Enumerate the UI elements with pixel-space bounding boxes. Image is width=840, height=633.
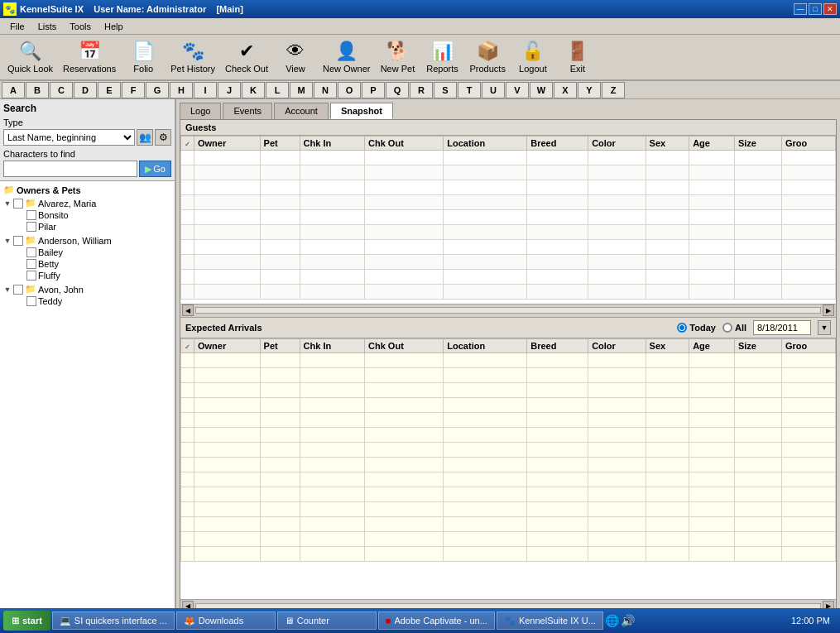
table-cell[interactable] (260, 382, 300, 397)
table-cell[interactable] (689, 180, 735, 195)
table-cell[interactable] (181, 382, 194, 397)
table-cell[interactable] (689, 240, 735, 255)
table-cell[interactable] (782, 531, 836, 546)
table-cell[interactable] (444, 501, 527, 516)
alpha-C[interactable]: C (50, 82, 73, 98)
table-cell[interactable] (300, 487, 364, 501)
toolbar-quick-look[interactable]: 🔍 Quick Look (3, 36, 57, 78)
table-cell[interactable] (588, 412, 646, 427)
arr-col-breed[interactable]: Breed (527, 338, 588, 352)
table-cell[interactable] (181, 367, 194, 382)
alpha-G[interactable]: G (146, 82, 169, 98)
table-cell[interactable] (527, 165, 588, 180)
table-cell[interactable] (444, 382, 527, 397)
table-cell[interactable] (588, 270, 646, 285)
guests-col-owner[interactable]: Owner (194, 137, 261, 151)
table-cell[interactable] (689, 382, 735, 397)
alpha-L[interactable]: L (266, 82, 289, 98)
table-cell[interactable] (300, 352, 364, 367)
table-cell[interactable] (588, 487, 646, 501)
table-cell[interactable] (527, 382, 588, 397)
folder-checkbox-anderson[interactable] (13, 236, 23, 246)
table-cell[interactable] (300, 531, 364, 546)
leaf-checkbox-fluffy[interactable] (26, 271, 36, 281)
table-cell[interactable] (782, 240, 836, 255)
table-cell[interactable] (646, 472, 689, 487)
table-cell[interactable] (689, 225, 735, 240)
table-cell[interactable] (300, 240, 364, 255)
table-cell[interactable] (689, 531, 735, 546)
taskbar-item-counter[interactable]: 🖥 Counter (277, 611, 377, 630)
table-cell[interactable] (734, 427, 781, 442)
table-cell[interactable] (194, 352, 261, 367)
table-cell[interactable] (689, 270, 735, 285)
table-cell[interactable] (260, 180, 300, 195)
tab-snapshot[interactable]: Snapshot (330, 103, 393, 119)
toolbar-view[interactable]: 👁 View (274, 36, 317, 78)
table-cell[interactable] (588, 165, 646, 180)
table-cell[interactable] (689, 472, 735, 487)
table-cell[interactable] (588, 255, 646, 270)
table-cell[interactable] (646, 442, 689, 457)
table-cell[interactable] (181, 255, 194, 270)
toolbar-pet-history[interactable]: 🐾 Pet History (166, 36, 219, 78)
table-cell[interactable] (734, 180, 781, 195)
table-cell[interactable] (444, 367, 527, 382)
table-cell[interactable] (194, 472, 261, 487)
table-cell[interactable] (181, 472, 194, 487)
table-cell[interactable] (365, 367, 444, 382)
table-cell[interactable] (646, 487, 689, 501)
table-cell[interactable] (527, 397, 588, 412)
table-cell[interactable] (588, 367, 646, 382)
alpha-O[interactable]: O (338, 82, 361, 98)
table-cell[interactable] (527, 531, 588, 546)
arrivals-date-input[interactable] (753, 320, 811, 335)
table-cell[interactable] (527, 352, 588, 367)
table-cell[interactable] (194, 412, 261, 427)
arrivals-table-scroll[interactable]: ✓ Owner Pet Chk In Chk Out Location Bree… (180, 338, 836, 599)
leaf-checkbox-pilar[interactable] (26, 222, 36, 232)
table-cell[interactable] (181, 546, 194, 561)
table-cell[interactable] (300, 165, 364, 180)
table-cell[interactable] (260, 442, 300, 457)
table-cell[interactable] (260, 255, 300, 270)
table-cell[interactable] (646, 457, 689, 472)
guests-col-breed[interactable]: Breed (527, 137, 588, 151)
table-cell[interactable] (689, 516, 735, 531)
table-cell[interactable] (782, 285, 836, 300)
table-cell[interactable] (782, 501, 836, 516)
table-cell[interactable] (194, 255, 261, 270)
table-cell[interactable] (365, 240, 444, 255)
table-cell[interactable] (689, 195, 735, 210)
table-cell[interactable] (444, 457, 527, 472)
table-cell[interactable] (181, 487, 194, 501)
alpha-U[interactable]: U (482, 82, 505, 98)
table-cell[interactable] (365, 255, 444, 270)
table-cell[interactable] (527, 225, 588, 240)
arr-col-size[interactable]: Size (734, 338, 781, 352)
tree-leaf-bonsito[interactable]: Bonsito (17, 209, 171, 221)
alpha-B[interactable]: B (26, 82, 49, 98)
alpha-X[interactable]: X (554, 82, 577, 98)
table-cell[interactable] (260, 427, 300, 442)
table-cell[interactable] (444, 442, 527, 457)
table-cell[interactable] (646, 180, 689, 195)
table-cell[interactable] (734, 472, 781, 487)
guests-col-groo[interactable]: Groo (782, 137, 836, 151)
tree-leaf-teddy[interactable]: Teddy (17, 295, 171, 307)
table-cell[interactable] (365, 457, 444, 472)
taskbar-item-kennelsuite[interactable]: 🐾 KennelSuite IX U... (497, 611, 603, 630)
table-cell[interactable] (646, 397, 689, 412)
table-cell[interactable] (300, 516, 364, 531)
table-cell[interactable] (689, 397, 735, 412)
table-cell[interactable] (444, 427, 527, 442)
table-cell[interactable] (527, 210, 588, 225)
table-cell[interactable] (734, 546, 781, 561)
leaf-checkbox-teddy[interactable] (26, 296, 36, 306)
alpha-I[interactable]: I (194, 82, 217, 98)
guests-col-pet[interactable]: Pet (260, 137, 300, 151)
table-cell[interactable] (444, 412, 527, 427)
guests-col-chkin[interactable]: Chk In (300, 137, 364, 151)
table-cell[interactable] (734, 195, 781, 210)
alpha-E[interactable]: E (98, 82, 121, 98)
